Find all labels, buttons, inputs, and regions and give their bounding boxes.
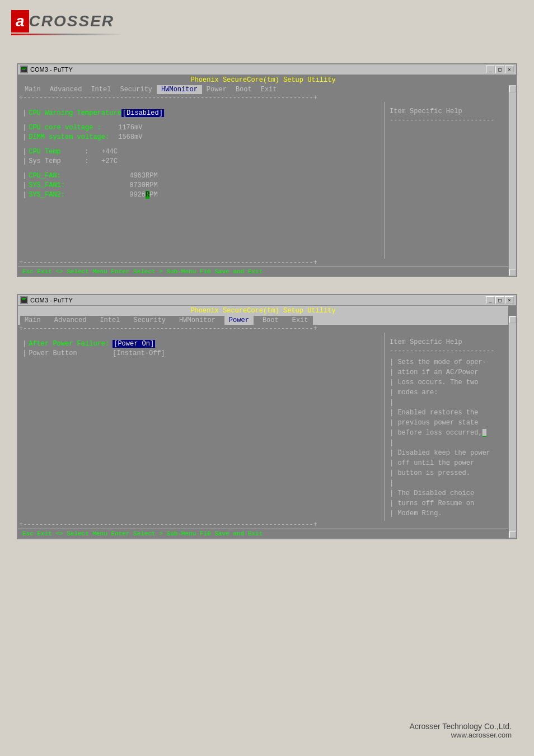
help-line-4: | modes are: xyxy=(390,388,504,398)
svg-rect-2 xyxy=(22,69,25,69)
dimm-voltage-row: | DIMM system voltage: 1568mV xyxy=(22,133,380,141)
sys-temp-value: +27C xyxy=(101,157,118,165)
menu-hwmonitor-1[interactable]: HWMonitor xyxy=(157,85,202,94)
menu-security-1[interactable]: Security xyxy=(115,85,157,94)
company-footer: Acrosser Technology Co.,Ltd. www.acrosse… xyxy=(409,722,512,739)
company-name: Acrosser Technology Co.,Ltd. xyxy=(409,722,512,731)
help-divider-2: -------------------------- xyxy=(390,347,504,355)
svg-rect-1 xyxy=(22,68,26,68)
core-voltage-label: CPU core voltage : xyxy=(29,124,118,132)
bios-header-1: Phoenix SecureCore(tm) Setup Utility xyxy=(18,75,508,85)
menu-exit-1[interactable]: Exit xyxy=(256,85,282,94)
scroll-down-1[interactable]: ▼ xyxy=(509,269,516,276)
cpu-fan-value: 4963RPM xyxy=(129,172,157,180)
core-voltage-row: | CPU core voltage : 1176mV xyxy=(22,124,380,132)
cpu-fan-row: | CPU_FAN: 4963RPM xyxy=(22,172,380,180)
minimize-btn-2[interactable]: _ xyxy=(486,296,495,304)
sys-temp-colon: : xyxy=(85,157,101,165)
putty-icon-1 xyxy=(20,66,28,73)
help-line-1: | Sets the mode of oper- xyxy=(390,357,504,367)
window-title-1: COM3 - PuTTY xyxy=(30,66,73,73)
help-line-6: | Enabled restores the xyxy=(390,408,504,418)
maximize-btn-1[interactable]: □ xyxy=(495,66,504,73)
after-power-label: After Power Failure: xyxy=(29,340,113,348)
window-controls-2: _ □ × xyxy=(486,296,514,304)
menu-advanced-2[interactable]: Advanced xyxy=(50,316,91,325)
menu-boot-1[interactable]: Boot xyxy=(231,85,256,94)
minimize-btn-1[interactable]: _ xyxy=(486,66,495,73)
help-line-10: | Disabled keep the power xyxy=(390,448,504,458)
sys-fan1-label: SYS_FAN1: xyxy=(29,181,129,189)
help-line-11: | off until the power xyxy=(390,458,504,468)
cpu-fan-label: CPU_FAN: xyxy=(29,172,129,180)
window-title-2: COM3 - PuTTY xyxy=(30,297,73,304)
menu-intel-1[interactable]: Intel xyxy=(86,85,115,94)
sys-fan2-label: SYS_FAN2: xyxy=(29,191,129,199)
scroll-up-1[interactable]: ▲ xyxy=(509,86,516,92)
menu-boot-2[interactable]: Boot xyxy=(258,316,283,325)
title-left-2: COM3 - PuTTY xyxy=(20,296,73,304)
cpu-temp-row: | CPU Temp : +44C xyxy=(22,148,380,156)
scroll-down-2[interactable]: ▼ xyxy=(509,531,516,538)
bios-footer-1: Esc Exit <> Select Menu Enter Select > S… xyxy=(18,267,508,276)
bios-right-1: Item Specific Help ---------------------… xyxy=(385,102,508,259)
bios-footer-2: Esc Exit <> Select Menu Enter Select > S… xyxy=(18,529,508,538)
close-btn-2[interactable]: × xyxy=(505,296,514,304)
bios-divider-top-1: +---------------------------------------… xyxy=(18,94,508,102)
cpu-temp-label: CPU Temp xyxy=(29,148,85,156)
svg-rect-5 xyxy=(22,300,25,300)
bios-header-2: Phoenix SecureCore(tm) Setup Utility xyxy=(18,306,508,316)
putty-icon-2 xyxy=(20,296,28,304)
terminal-window-2: COM3 - PuTTY _ □ × Phoenix SecureCore(tm… xyxy=(17,294,517,539)
bios-left-2: | After Power Failure: [Power On] | Powe… xyxy=(18,333,385,521)
terminal-window-1: COM3 - PuTTY _ □ × Phoenix SecureCore(tm… xyxy=(17,63,517,277)
cpu-warning-value: [Disabled] xyxy=(121,109,164,117)
help-line-2: | ation if an AC/Power xyxy=(390,367,504,377)
menu-main-2[interactable]: Main xyxy=(20,316,45,325)
bios-divider-top-2: +---------------------------------------… xyxy=(18,325,508,333)
dimm-voltage-value: 1568mV xyxy=(118,133,142,141)
menu-exit-2[interactable]: Exit xyxy=(288,316,313,325)
titlebar-1: COM3 - PuTTY _ □ × xyxy=(18,64,516,75)
power-button-row: | Power Button [Instant-Off] xyxy=(22,349,380,357)
empty-space-1 xyxy=(22,200,380,245)
scroll-up-2[interactable]: ▲ xyxy=(509,316,516,323)
sys-temp-row: | Sys Temp : +27C xyxy=(22,157,380,165)
core-voltage-value: 1176mV xyxy=(118,124,142,132)
menu-power-2[interactable]: Power xyxy=(224,316,254,325)
bios-menubar-2: Main Advanced Intel Security HWMonitor P… xyxy=(18,316,508,325)
sys-temp-label: Sys Temp xyxy=(29,157,85,165)
help-line-12: | button is pressed. xyxy=(390,468,504,478)
maximize-btn-2[interactable]: □ xyxy=(495,296,504,304)
help-line-15: | turns off Resume on xyxy=(390,498,504,508)
menu-hwmonitor-2[interactable]: HWMonitor xyxy=(175,316,220,325)
logo-area: a CROSSER xyxy=(0,0,534,41)
menu-main-1[interactable]: Main xyxy=(20,85,45,94)
close-btn-1[interactable]: × xyxy=(505,66,514,73)
help-line-8: | before loss occurred,█ xyxy=(390,428,504,438)
cpu-temp-value: +44C xyxy=(101,148,118,156)
sys-fan2-row: | SYS_FAN2: 9926RPM xyxy=(22,191,380,199)
menu-intel-2[interactable]: Intel xyxy=(95,316,124,325)
help-divider-1: -------------------------- xyxy=(390,116,504,124)
after-power-row: | After Power Failure: [Power On] xyxy=(22,340,380,348)
help-line-3: | Loss occurs. The two xyxy=(390,377,504,388)
menu-advanced-1[interactable]: Advanced xyxy=(45,85,87,94)
cpu-temp-colon: : xyxy=(85,148,101,156)
bios-body-1: | CPU Warning Temperature [Disabled] | C… xyxy=(18,102,508,259)
help-line-14: | The Disabled choice xyxy=(390,488,504,498)
menu-security-2[interactable]: Security xyxy=(129,316,170,325)
power-button-value: [Instant-Off] xyxy=(113,349,165,357)
bios-divider-bottom-1: +---------------------------------------… xyxy=(18,259,508,267)
scrollbar-2[interactable]: ▲ ▼ xyxy=(508,316,516,538)
scrollbar-1[interactable]: ▲ ▼ xyxy=(508,85,516,276)
logo-underline xyxy=(11,34,123,35)
help-title-1: Item Specific Help xyxy=(390,108,504,115)
company-url: www.acrosser.com xyxy=(409,731,512,739)
menu-power-1[interactable]: Power xyxy=(202,85,231,94)
help-title-2: Item Specific Help xyxy=(390,338,504,346)
help-line-5: | xyxy=(390,398,504,408)
sys-fan2-value: 9926RPM xyxy=(129,191,157,199)
bios-screen-2: Phoenix SecureCore(tm) Setup Utility Mai… xyxy=(18,306,516,538)
dimm-voltage-label: DIMM system voltage: xyxy=(29,133,118,141)
